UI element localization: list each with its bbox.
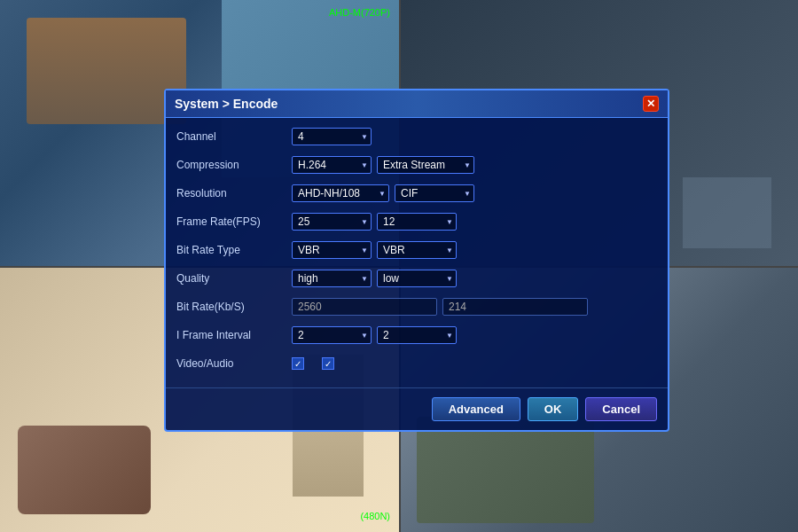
- bitratetype-main-wrapper: VBR: [292, 241, 372, 259]
- row-bit-rate: Bit Rate(Kb/S): [176, 295, 657, 318]
- advanced-button[interactable]: Advanced: [432, 397, 520, 421]
- framerate-main-select[interactable]: 25: [292, 213, 372, 231]
- row-video-audio: Video/Audio ✓ ✓: [176, 352, 657, 375]
- row-bit-rate-type: Bit Rate Type VBR VBR: [176, 239, 657, 262]
- encode-dialog: System > Encode ✕ Channel 4: [164, 89, 669, 432]
- controls-channel: 4: [292, 128, 657, 145]
- label-frame-rate: Frame Rate(FPS): [176, 215, 292, 228]
- compression-extra-select[interactable]: Extra Stream: [377, 156, 474, 174]
- iframe-main-select[interactable]: 2: [292, 326, 372, 344]
- quality-main-select[interactable]: high medium low: [292, 270, 372, 287]
- label-channel: Channel: [176, 130, 292, 143]
- controls-video-audio: ✓ ✓: [292, 357, 657, 370]
- quality-extra-wrapper: low medium high: [377, 270, 457, 287]
- video-audio-extra-checkbox-cell: ✓: [322, 357, 334, 370]
- label-bit-rate-type: Bit Rate Type: [176, 244, 292, 256]
- framerate-extra-select[interactable]: 12: [377, 213, 457, 231]
- iframe-main-wrapper: 2: [292, 326, 372, 344]
- row-channel: Channel 4: [176, 125, 657, 148]
- resolution-extra-wrapper: CIF: [395, 184, 474, 202]
- bitrate-extra-input[interactable]: [442, 298, 588, 316]
- bitratetype-extra-select[interactable]: VBR: [377, 241, 457, 259]
- label-quality: Quality: [176, 272, 292, 285]
- label-iframe-interval: I Frame Interval: [176, 329, 292, 341]
- camera-grid: AHD-M(720P) (480N) System > Encode ✕ Cha…: [0, 0, 798, 532]
- controls-bit-rate: [292, 298, 657, 316]
- dialog-footer: Advanced OK Cancel: [166, 387, 668, 430]
- compression-extra-wrapper: Extra Stream: [377, 156, 474, 174]
- controls-resolution: AHD-NH/108 CIF: [292, 184, 657, 202]
- label-compression: Compression: [176, 159, 292, 171]
- quality-extra-select[interactable]: low medium high: [377, 270, 457, 287]
- dialog-title: System > Encode: [175, 97, 278, 111]
- row-quality: Quality high medium low low: [176, 267, 657, 290]
- row-resolution: Resolution AHD-NH/108 CIF: [176, 182, 657, 205]
- dialog-body: Channel 4 Compression: [166, 118, 668, 387]
- video-audio-main-checkbox[interactable]: ✓: [292, 357, 304, 370]
- cancel-button[interactable]: Cancel: [585, 397, 657, 421]
- camera-label-bottom-right: (480N): [360, 511, 390, 521]
- row-compression: Compression H.264 Extra Stream: [176, 153, 657, 176]
- compression-main-wrapper: H.264: [292, 156, 372, 174]
- controls-quality: high medium low low medium high: [292, 270, 657, 287]
- row-iframe-interval: I Frame Interval 2 2: [176, 324, 657, 347]
- iframe-extra-wrapper: 2: [377, 326, 457, 344]
- controls-frame-rate: 25 12: [292, 213, 657, 231]
- controls-compression: H.264 Extra Stream: [292, 156, 657, 174]
- close-button[interactable]: ✕: [643, 96, 659, 112]
- camera-label-top-right: AHD-M(720P): [329, 7, 390, 18]
- framerate-extra-wrapper: 12: [377, 213, 457, 231]
- framerate-main-wrapper: 25: [292, 213, 372, 231]
- dialog-titlebar: System > Encode ✕: [166, 90, 668, 118]
- label-bit-rate: Bit Rate(Kb/S): [176, 301, 292, 313]
- quality-main-wrapper: high medium low: [292, 270, 372, 287]
- resolution-extra-select[interactable]: CIF: [395, 184, 474, 202]
- label-resolution: Resolution: [176, 187, 292, 200]
- video-audio-main-checkbox-cell: ✓: [292, 357, 304, 370]
- bitratetype-main-select[interactable]: VBR: [292, 241, 372, 259]
- ok-button[interactable]: OK: [528, 397, 579, 421]
- resolution-main-wrapper: AHD-NH/108: [292, 184, 389, 202]
- video-audio-extra-checkbox[interactable]: ✓: [322, 357, 334, 370]
- channel-select[interactable]: 4: [292, 128, 372, 145]
- controls-iframe-interval: 2 2: [292, 326, 657, 344]
- controls-bit-rate-type: VBR VBR: [292, 241, 657, 259]
- bitrate-main-input[interactable]: [292, 298, 437, 316]
- bitratetype-extra-wrapper: VBR: [377, 241, 457, 259]
- channel-select-wrapper: 4: [292, 128, 372, 145]
- resolution-main-select[interactable]: AHD-NH/108: [292, 184, 389, 202]
- label-video-audio: Video/Audio: [176, 357, 292, 370]
- row-frame-rate: Frame Rate(FPS) 25 12: [176, 210, 657, 233]
- compression-main-select[interactable]: H.264: [292, 156, 372, 174]
- iframe-extra-select[interactable]: 2: [377, 326, 457, 344]
